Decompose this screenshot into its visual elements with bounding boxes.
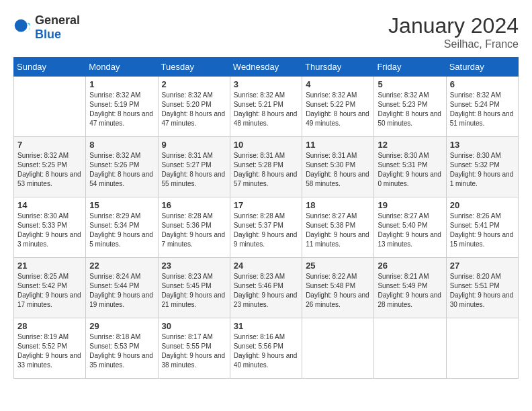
calendar-cell: 5Sunrise: 8:32 AM Sunset: 5:23 PM Daylig…: [374, 77, 446, 137]
calendar-cell: 29Sunrise: 8:18 AM Sunset: 5:53 PM Dayli…: [86, 318, 158, 379]
day-info: Sunrise: 8:23 AM Sunset: 5:46 PM Dayligh…: [234, 272, 298, 310]
day-number: 26: [378, 261, 442, 271]
calendar-cell: 9Sunrise: 8:31 AM Sunset: 5:27 PM Daylig…: [158, 137, 230, 197]
day-info: Sunrise: 8:29 AM Sunset: 5:34 PM Dayligh…: [89, 212, 154, 249]
day-number: 27: [450, 261, 515, 271]
day-info: Sunrise: 8:16 AM Sunset: 5:56 PM Dayligh…: [234, 332, 298, 370]
day-number: 10: [234, 140, 298, 150]
calendar-cell: 2Sunrise: 8:32 AM Sunset: 5:20 PM Daylig…: [158, 77, 230, 137]
calendar-cell: 23Sunrise: 8:23 AM Sunset: 5:45 PM Dayli…: [158, 258, 230, 318]
day-info: Sunrise: 8:32 AM Sunset: 5:24 PM Dayligh…: [450, 91, 515, 128]
day-info: Sunrise: 8:28 AM Sunset: 5:37 PM Dayligh…: [234, 212, 298, 249]
calendar-cell: 3Sunrise: 8:32 AM Sunset: 5:21 PM Daylig…: [230, 77, 302, 137]
day-info: Sunrise: 8:32 AM Sunset: 5:19 PM Dayligh…: [89, 91, 154, 128]
day-number: 21: [17, 261, 82, 271]
day-number: 15: [89, 200, 154, 210]
day-number: 22: [89, 261, 154, 271]
day-number: 2: [162, 79, 226, 89]
day-header-sunday: Sunday: [14, 58, 86, 77]
calendar-week-row: 1Sunrise: 8:32 AM Sunset: 5:19 PM Daylig…: [14, 77, 519, 137]
day-info: Sunrise: 8:30 AM Sunset: 5:31 PM Dayligh…: [378, 151, 442, 189]
calendar-cell: 8Sunrise: 8:32 AM Sunset: 5:26 PM Daylig…: [86, 137, 158, 197]
day-header-thursday: Thursday: [302, 58, 374, 77]
day-number: 11: [306, 140, 370, 150]
calendar-week-row: 28Sunrise: 8:19 AM Sunset: 5:52 PM Dayli…: [14, 318, 519, 379]
day-info: Sunrise: 8:32 AM Sunset: 5:20 PM Dayligh…: [162, 91, 226, 128]
calendar-cell: 1Sunrise: 8:32 AM Sunset: 5:19 PM Daylig…: [86, 77, 158, 137]
calendar-week-row: 7Sunrise: 8:32 AM Sunset: 5:25 PM Daylig…: [14, 137, 519, 197]
calendar-cell: [374, 318, 446, 379]
calendar-cell: [446, 318, 518, 379]
day-number: 5: [378, 79, 442, 89]
day-info: Sunrise: 8:17 AM Sunset: 5:55 PM Dayligh…: [162, 332, 226, 370]
day-info: Sunrise: 8:32 AM Sunset: 5:22 PM Dayligh…: [306, 91, 370, 128]
day-number: 30: [162, 321, 226, 331]
calendar-cell: 11Sunrise: 8:31 AM Sunset: 5:30 PM Dayli…: [302, 137, 374, 197]
day-number: 29: [89, 321, 154, 331]
calendar-cell: 7Sunrise: 8:32 AM Sunset: 5:25 PM Daylig…: [14, 137, 86, 197]
calendar-week-row: 21Sunrise: 8:25 AM Sunset: 5:42 PM Dayli…: [14, 258, 519, 318]
day-number: 13: [450, 140, 515, 150]
calendar-cell: 14Sunrise: 8:30 AM Sunset: 5:33 PM Dayli…: [14, 197, 86, 258]
calendar-cell: 25Sunrise: 8:22 AM Sunset: 5:48 PM Dayli…: [302, 258, 374, 318]
calendar-cell: 28Sunrise: 8:19 AM Sunset: 5:52 PM Dayli…: [14, 318, 86, 379]
day-info: Sunrise: 8:27 AM Sunset: 5:40 PM Dayligh…: [378, 212, 442, 249]
day-number: 6: [450, 79, 515, 89]
day-info: Sunrise: 8:22 AM Sunset: 5:48 PM Dayligh…: [306, 272, 370, 310]
month-title: January 2024: [388, 13, 519, 38]
calendar-cell: 15Sunrise: 8:29 AM Sunset: 5:34 PM Dayli…: [86, 197, 158, 258]
calendar-cell: [14, 77, 86, 137]
day-header-monday: Monday: [86, 58, 158, 77]
day-info: Sunrise: 8:18 AM Sunset: 5:53 PM Dayligh…: [89, 332, 154, 370]
calendar-cell: 16Sunrise: 8:28 AM Sunset: 5:36 PM Dayli…: [158, 197, 230, 258]
day-number: 31: [234, 321, 298, 331]
day-number: 1: [89, 79, 154, 89]
day-number: 16: [162, 200, 226, 210]
calendar-cell: 12Sunrise: 8:30 AM Sunset: 5:31 PM Dayli…: [374, 137, 446, 197]
svg-point-0: [15, 19, 28, 32]
day-number: 14: [17, 200, 82, 210]
calendar-cell: 17Sunrise: 8:28 AM Sunset: 5:37 PM Dayli…: [230, 197, 302, 258]
day-header-saturday: Saturday: [446, 58, 518, 77]
day-number: 4: [306, 79, 370, 89]
calendar-cell: 4Sunrise: 8:32 AM Sunset: 5:22 PM Daylig…: [302, 77, 374, 137]
page-header: General Blue January 2024 Seilhac, Franc…: [13, 13, 519, 50]
day-info: Sunrise: 8:30 AM Sunset: 5:33 PM Dayligh…: [17, 212, 82, 249]
calendar-cell: 19Sunrise: 8:27 AM Sunset: 5:40 PM Dayli…: [374, 197, 446, 258]
day-number: 8: [89, 140, 154, 150]
logo-icon: [13, 18, 32, 37]
calendar-cell: 13Sunrise: 8:30 AM Sunset: 5:32 PM Dayli…: [446, 137, 518, 197]
day-number: 9: [162, 140, 226, 150]
day-number: 28: [17, 321, 82, 331]
calendar-cell: [302, 318, 374, 379]
day-info: Sunrise: 8:24 AM Sunset: 5:44 PM Dayligh…: [89, 272, 154, 310]
day-number: 19: [378, 200, 442, 210]
day-header-friday: Friday: [374, 58, 446, 77]
day-info: Sunrise: 8:31 AM Sunset: 5:27 PM Dayligh…: [162, 151, 226, 189]
day-info: Sunrise: 8:21 AM Sunset: 5:49 PM Dayligh…: [378, 272, 442, 310]
day-number: 24: [234, 261, 298, 271]
day-info: Sunrise: 8:31 AM Sunset: 5:30 PM Dayligh…: [306, 151, 370, 189]
calendar-cell: 21Sunrise: 8:25 AM Sunset: 5:42 PM Dayli…: [14, 258, 86, 318]
calendar-week-row: 14Sunrise: 8:30 AM Sunset: 5:33 PM Dayli…: [14, 197, 519, 258]
calendar-cell: 22Sunrise: 8:24 AM Sunset: 5:44 PM Dayli…: [86, 258, 158, 318]
day-info: Sunrise: 8:32 AM Sunset: 5:25 PM Dayligh…: [17, 151, 82, 189]
logo-general: General: [35, 13, 80, 27]
calendar-cell: 6Sunrise: 8:32 AM Sunset: 5:24 PM Daylig…: [446, 77, 518, 137]
day-info: Sunrise: 8:31 AM Sunset: 5:28 PM Dayligh…: [234, 151, 298, 189]
day-info: Sunrise: 8:27 AM Sunset: 5:38 PM Dayligh…: [306, 212, 370, 249]
day-info: Sunrise: 8:25 AM Sunset: 5:42 PM Dayligh…: [17, 272, 82, 310]
day-number: 17: [234, 200, 298, 210]
logo-text: General Blue: [35, 13, 80, 42]
day-number: 20: [450, 200, 515, 210]
calendar-cell: 18Sunrise: 8:27 AM Sunset: 5:38 PM Dayli…: [302, 197, 374, 258]
day-info: Sunrise: 8:30 AM Sunset: 5:32 PM Dayligh…: [450, 151, 515, 189]
calendar-cell: 26Sunrise: 8:21 AM Sunset: 5:49 PM Dayli…: [374, 258, 446, 318]
calendar-cell: 10Sunrise: 8:31 AM Sunset: 5:28 PM Dayli…: [230, 137, 302, 197]
day-info: Sunrise: 8:32 AM Sunset: 5:21 PM Dayligh…: [234, 91, 298, 128]
logo-blue: Blue: [35, 28, 61, 41]
day-header-wednesday: Wednesday: [230, 58, 302, 77]
day-info: Sunrise: 8:19 AM Sunset: 5:52 PM Dayligh…: [17, 332, 82, 370]
calendar-cell: 31Sunrise: 8:16 AM Sunset: 5:56 PM Dayli…: [230, 318, 302, 379]
day-header-tuesday: Tuesday: [158, 58, 230, 77]
